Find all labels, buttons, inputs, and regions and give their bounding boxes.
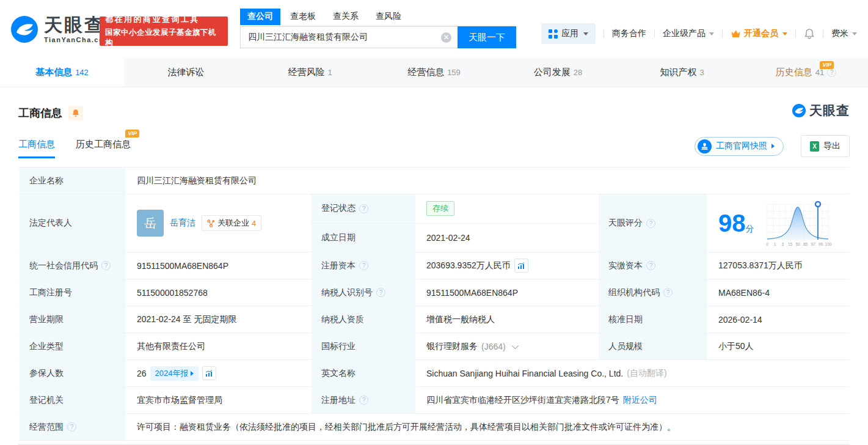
value-taxpayer-quality: 增值税一般纳税人 bbox=[417, 306, 597, 333]
tab-intellectual-property[interactable]: 知识产权 3 bbox=[620, 58, 744, 87]
label-establish-date: 成立日期 bbox=[310, 224, 417, 253]
network-icon bbox=[207, 219, 215, 227]
chevron-down-icon bbox=[782, 32, 787, 35]
help-icon[interactable]: ? bbox=[663, 288, 673, 297]
chevron-down-icon[interactable] bbox=[511, 342, 518, 348]
label-paid-capital: 实缴资本 ? bbox=[597, 252, 709, 279]
value-credit-code: 91511500MA68EN864P bbox=[127, 252, 310, 279]
value-establish-date: 2021-02-24 bbox=[417, 224, 597, 253]
value-paid-capital: 127053.8371万人民币 bbox=[709, 252, 850, 279]
official-snapshot-button[interactable]: 工商官网快照 bbox=[695, 137, 784, 156]
nearby-companies-link[interactable]: 附近公司 bbox=[623, 395, 657, 406]
business-info-section: 工商信息 天眼查 工商信息 VIP 历史工商信息 bbox=[0, 87, 868, 445]
label-legal-representative: 法定代表人 bbox=[18, 194, 127, 252]
header: 天眼查 TianYanCha.com 都在用的商业查询工具 国家中小企业发展子基… bbox=[0, 0, 868, 58]
search-input[interactable] bbox=[240, 26, 458, 48]
tianyancha-logo[interactable]: 天眼查 TianYanCha.com bbox=[10, 15, 111, 44]
help-icon[interactable]: ? bbox=[646, 261, 655, 270]
notification-bell-icon[interactable] bbox=[804, 28, 815, 39]
nav-enterprise[interactable]: 企业级产品 bbox=[663, 28, 714, 39]
value-company-name: 四川三江汇海融资租赁有限公司 bbox=[127, 167, 850, 194]
subscribe-bell-icon[interactable] bbox=[68, 106, 83, 120]
value-legal-representative: 岳 岳育洁 关联企业 4 bbox=[127, 194, 310, 252]
open-member-button[interactable]: 开通会员 bbox=[731, 28, 787, 39]
label-industry: 国标行业 bbox=[310, 333, 417, 360]
help-icon[interactable]: ? bbox=[101, 261, 111, 270]
search-tab-relation[interactable]: 查关系 bbox=[326, 9, 366, 25]
clear-search-icon[interactable]: ✕ bbox=[441, 32, 451, 43]
vip-badge: VIP bbox=[820, 61, 834, 69]
business-info-table: 企业名称 四川三江汇海融资租赁有限公司 法定代表人 岳 岳育洁 关联企业 4 登… bbox=[18, 167, 850, 441]
banner-line2: 国家中小企业发展子基金旗下机构 bbox=[105, 28, 222, 48]
apps-grid-icon bbox=[549, 29, 558, 39]
tab-legal-proceedings[interactable]: 法律诉讼 bbox=[124, 58, 248, 87]
label-business-scope: 经营范围 ? bbox=[18, 414, 127, 441]
banner-line1: 都在用的商业查询工具 bbox=[105, 14, 222, 25]
help-icon[interactable]: ? bbox=[827, 68, 836, 77]
insured-trend-chart-icon[interactable] bbox=[202, 366, 216, 380]
label-org-code: 组织机构代码 ? bbox=[597, 279, 709, 306]
label-company-name: 企业名称 bbox=[18, 167, 127, 194]
tab-basic-info[interactable]: 基本信息 142 bbox=[0, 58, 124, 87]
export-button[interactable]: X 导出 bbox=[801, 135, 850, 157]
help-icon[interactable]: ? bbox=[67, 422, 76, 432]
watermark-logo: 天眼查 bbox=[792, 102, 850, 119]
value-registered-address: 四川省宜宾市临港经开区沙坪街道宜宾港路北段7号 附近公司 bbox=[417, 387, 850, 414]
search-tab-boss[interactable]: 查老板 bbox=[283, 9, 323, 25]
arrow-right-icon bbox=[771, 144, 775, 149]
legal-rep-name-link[interactable]: 岳育洁 bbox=[170, 218, 195, 229]
label-approval-date: 核准日期 bbox=[597, 306, 709, 333]
status-badge: 存续 bbox=[426, 201, 454, 216]
excel-icon: X bbox=[810, 141, 819, 152]
label-taxpayer-quality: 纳税人资质 bbox=[310, 306, 417, 333]
value-tianyan-score[interactable]: 98分 bbox=[709, 194, 850, 252]
eye-logo-icon bbox=[10, 15, 39, 44]
tab-company-development[interactable]: 公司发展 28 bbox=[496, 58, 620, 87]
help-icon[interactable]: ? bbox=[376, 288, 385, 297]
help-icon[interactable]: ? bbox=[359, 395, 368, 405]
svg-text:3: 3 bbox=[781, 242, 784, 246]
username: 费米 bbox=[831, 28, 848, 39]
nav-cooperation[interactable]: 商务合作 bbox=[612, 28, 646, 39]
tab-history-info[interactable]: VIP 历史信息 41 ? bbox=[744, 58, 868, 87]
page-tabbar: 基本信息 142 法律诉讼 经营风险 1 经营信息 159 公司发展 28 知识… bbox=[0, 58, 868, 87]
label-registration-number: 工商注册号 bbox=[18, 279, 127, 306]
svg-text:0: 0 bbox=[766, 242, 768, 246]
value-industry[interactable]: 银行理财服务 (J664) bbox=[417, 333, 597, 360]
user-menu[interactable]: 费米 bbox=[831, 28, 857, 39]
value-english-name: Sichuan Sanjiang Huihai Financial Leasin… bbox=[417, 360, 850, 387]
stamp-icon bbox=[698, 139, 712, 153]
score-marker-pin bbox=[815, 202, 820, 207]
related-companies-badge[interactable]: 关联企业 4 bbox=[202, 215, 261, 231]
sub-tabs: 工商信息 VIP 历史工商信息 bbox=[18, 139, 131, 158]
legal-rep-avatar[interactable]: 岳 bbox=[137, 210, 164, 237]
apps-menu-button[interactable]: 应用 bbox=[541, 23, 596, 44]
chevron-down-icon bbox=[583, 32, 588, 35]
tab-business-risk[interactable]: 经营风险 1 bbox=[248, 58, 372, 87]
capital-trend-chart-icon[interactable] bbox=[514, 259, 528, 273]
label-registered-capital: 注册资本 ? bbox=[310, 252, 417, 279]
search-button[interactable]: 天眼一下 bbox=[458, 26, 516, 48]
eye-logo-icon bbox=[792, 103, 806, 118]
annual-report-badge[interactable]: 2024年报 bbox=[150, 366, 199, 381]
label-company-type: 企业类型 bbox=[18, 333, 127, 360]
help-icon[interactable]: ? bbox=[359, 204, 368, 213]
subtab-history-business-info[interactable]: VIP 历史工商信息 bbox=[76, 139, 131, 158]
value-registered-capital: 203693.9352万人民币 bbox=[417, 252, 597, 279]
tab-business-info[interactable]: 经营信息 159 bbox=[372, 58, 496, 87]
value-approval-date: 2026-02-14 bbox=[709, 306, 850, 333]
promo-banner: 都在用的商业查询工具 国家中小企业发展子基金旗下机构 bbox=[100, 17, 228, 46]
svg-text:100: 100 bbox=[825, 242, 831, 246]
label-business-term: 营业期限 bbox=[18, 306, 127, 333]
help-icon[interactable]: ? bbox=[646, 219, 655, 228]
search-tab-risk[interactable]: 查风险 bbox=[368, 9, 409, 25]
label-insured-count: 参保人数 bbox=[18, 360, 127, 387]
value-company-type: 其他有限责任公司 bbox=[127, 333, 310, 360]
label-staff-size: 人员规模 bbox=[597, 333, 709, 360]
svg-text:85: 85 bbox=[803, 242, 808, 246]
label-registration-status: 登记状态 ? bbox=[310, 194, 417, 224]
subtab-business-info[interactable]: 工商信息 bbox=[18, 139, 55, 158]
search-tab-company[interactable]: 查公司 bbox=[240, 9, 280, 25]
help-icon[interactable]: ? bbox=[359, 261, 368, 270]
search-area: 查公司 查老板 查关系 查风险 ✕ 天眼一下 bbox=[240, 9, 516, 48]
